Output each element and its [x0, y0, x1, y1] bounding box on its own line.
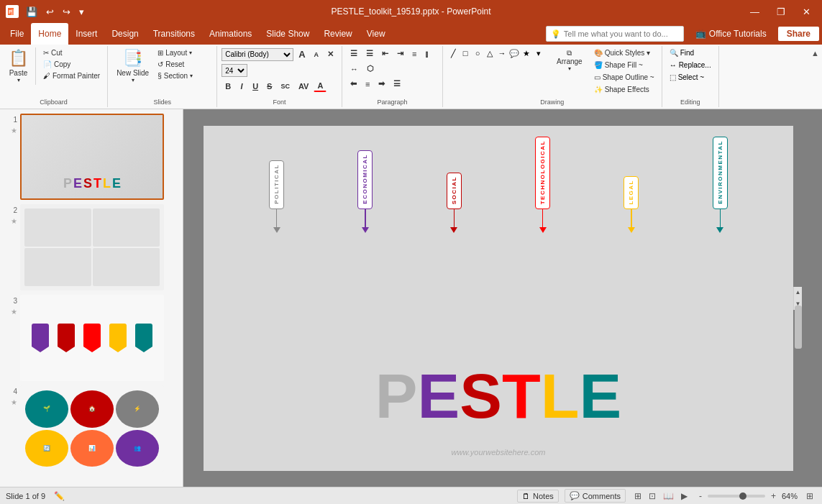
underline-button[interactable]: U: [249, 81, 262, 92]
vertical-scrollbar[interactable]: ▲ ▼: [793, 287, 802, 310]
redo-button[interactable]: ↪: [60, 5, 73, 19]
decrease-indent-button[interactable]: ⇤: [378, 47, 392, 60]
slide-item-2[interactable]: 2 ★: [3, 204, 180, 290]
slide-thumb-2[interactable]: [20, 204, 164, 290]
slide-thumb-3[interactable]: [20, 295, 164, 381]
more-shapes[interactable]: ▾: [533, 47, 544, 59]
zoom-out-button[interactable]: -: [696, 490, 705, 503]
increase-font-button[interactable]: A: [295, 47, 309, 61]
restore-button[interactable]: ❐: [771, 5, 791, 19]
slide-thumb-1[interactable]: P E S T L E: [20, 114, 164, 200]
menu-view[interactable]: View: [360, 23, 393, 45]
bullets-button[interactable]: ☰: [347, 47, 361, 60]
align-justify-button[interactable]: ☰: [390, 78, 404, 90]
normal-view-button[interactable]: ⊞: [631, 490, 644, 503]
clear-format-button[interactable]: ✕: [324, 48, 337, 60]
format-painter-button[interactable]: 🖌 Format Painter: [40, 70, 103, 81]
text-direction-button[interactable]: ↔: [347, 63, 362, 75]
align-center-button[interactable]: ≡: [362, 78, 373, 90]
slide-canvas[interactable]: POLITICAL ECONOMICAL SOCIAL: [204, 126, 793, 471]
replace-button[interactable]: ↔ Replace...: [667, 60, 714, 70]
close-button[interactable]: ✕: [797, 5, 816, 19]
copy-button[interactable]: 📄 Copy: [40, 59, 103, 70]
oval-shape[interactable]: ○: [472, 47, 483, 59]
main-area: 1 ★ P E S T L E 2 ★: [0, 109, 822, 487]
arrow-shape[interactable]: →: [496, 47, 508, 59]
new-slide-button[interactable]: 📑 New Slide ▾: [112, 47, 153, 85]
convert-smartart-button[interactable]: ⬡: [363, 63, 378, 75]
tell-me-input[interactable]: [564, 29, 679, 38]
font-size-select[interactable]: 24: [222, 64, 247, 77]
triangle-shape[interactable]: △: [484, 47, 496, 59]
customize-button[interactable]: ▾: [76, 5, 87, 19]
menu-insert[interactable]: Insert: [68, 23, 104, 45]
shape-fill-icon: 🪣: [594, 61, 603, 69]
line-shape[interactable]: ╱: [447, 47, 459, 59]
paste-button[interactable]: 📋 Paste ▾: [4, 47, 32, 85]
shape-fill-button[interactable]: 🪣 Shape Fill ~: [591, 60, 657, 70]
menu-home[interactable]: Home: [31, 23, 68, 45]
status-right: 🗒 Notes 💬 Comments ⊞ ⊡ 📖 ▶ - + 64% ⊞: [517, 489, 816, 503]
align-right-button[interactable]: ➡: [375, 78, 388, 90]
undo-button[interactable]: ↩: [43, 5, 57, 19]
shape-effects-button[interactable]: ✨ Shape Effects: [591, 84, 657, 95]
zoom-in-button[interactable]: +: [768, 490, 779, 503]
menu-slideshow[interactable]: Slide Show: [259, 23, 316, 45]
scroll-up-button[interactable]: ▲: [794, 287, 802, 298]
callout-technological-arrow: [539, 227, 547, 233]
menu-review[interactable]: Review: [316, 23, 359, 45]
increase-indent-button[interactable]: ⇥: [393, 47, 407, 60]
smallcaps-button[interactable]: SC: [277, 81, 293, 91]
notes-button[interactable]: 🗒 Notes: [517, 490, 559, 503]
layout-button[interactable]: ⊞ Layout ▾: [155, 47, 212, 58]
columns-button[interactable]: ⫿: [421, 48, 433, 60]
strikethrough-button[interactable]: S: [263, 81, 275, 92]
slide-item-1[interactable]: 1 ★ P E S T L E: [3, 114, 180, 200]
font-family-select[interactable]: Calibri (Body): [222, 48, 293, 61]
font-color-button[interactable]: A: [314, 80, 326, 92]
menu-animations[interactable]: Animations: [202, 23, 259, 45]
view-buttons: ⊞ ⊡ 📖 ▶: [631, 490, 690, 503]
shape-outline-button[interactable]: ▭ Shape Outline ~: [591, 72, 657, 83]
minimize-button[interactable]: —: [744, 5, 765, 19]
line-spacing-button[interactable]: ≡: [408, 48, 420, 60]
cut-button[interactable]: ✂ Cut: [40, 47, 103, 58]
title-bar-left: P 💾 ↩ ↪ ▾: [6, 5, 87, 19]
fit-page-button[interactable]: ⊞: [803, 490, 816, 503]
callout-shape[interactable]: 💬: [508, 47, 520, 59]
menu-file[interactable]: File: [3, 23, 31, 45]
find-button[interactable]: 🔍 Find: [667, 47, 714, 58]
star-shape[interactable]: ★: [521, 47, 532, 59]
bold-button[interactable]: B: [222, 81, 234, 92]
numbering-button[interactable]: ☰: [362, 47, 377, 60]
decrease-font-button[interactable]: A: [311, 50, 323, 60]
callout-social: SOCIAL: [447, 144, 462, 233]
quick-styles-button[interactable]: 🎨 Quick Styles ▾: [591, 47, 657, 58]
menu-transitions[interactable]: Transitions: [146, 23, 202, 45]
menu-design[interactable]: Design: [104, 23, 145, 45]
comments-button[interactable]: 💬 Comments: [565, 489, 626, 503]
scroll-thumb[interactable]: [795, 306, 802, 349]
save-button[interactable]: 💾: [23, 5, 40, 19]
office-tutorials-link[interactable]: 📺 Office Tutorials: [690, 29, 772, 39]
ribbon-group-slides: 📑 New Slide ▾ ⊞ Layout ▾ ↺ Reset § Secti…: [108, 46, 217, 107]
slide-item-4[interactable]: 4 ★ 🌱 🏠 ⚡ 🔄 📊 👥: [3, 385, 180, 472]
section-button[interactable]: § Section ▾: [155, 70, 212, 81]
lightbulb-icon: 💡: [551, 29, 561, 39]
share-button[interactable]: Share: [778, 27, 819, 41]
rect-shape[interactable]: □: [460, 47, 471, 59]
reading-view-button[interactable]: 📖: [660, 490, 677, 503]
zoom-slider[interactable]: [708, 495, 765, 498]
ribbon-expand-button[interactable]: ▲: [808, 46, 822, 107]
slideshow-button[interactable]: ▶: [678, 490, 690, 503]
char-spacing-button[interactable]: AV: [295, 81, 312, 92]
tell-me-box[interactable]: 💡: [546, 26, 684, 42]
slide-item-3[interactable]: 3 ★: [3, 295, 180, 381]
slide-sorter-button[interactable]: ⊡: [646, 490, 659, 503]
slide-thumb-4[interactable]: 🌱 🏠 ⚡ 🔄 📊 👥: [20, 385, 164, 472]
select-button[interactable]: ⬚ Select ~: [667, 72, 714, 83]
align-left-button[interactable]: ⬅: [347, 78, 360, 90]
italic-button[interactable]: I: [236, 81, 247, 92]
reset-button[interactable]: ↺ Reset: [155, 59, 212, 70]
arrange-button[interactable]: ⧉ Arrange ▾: [552, 47, 587, 73]
